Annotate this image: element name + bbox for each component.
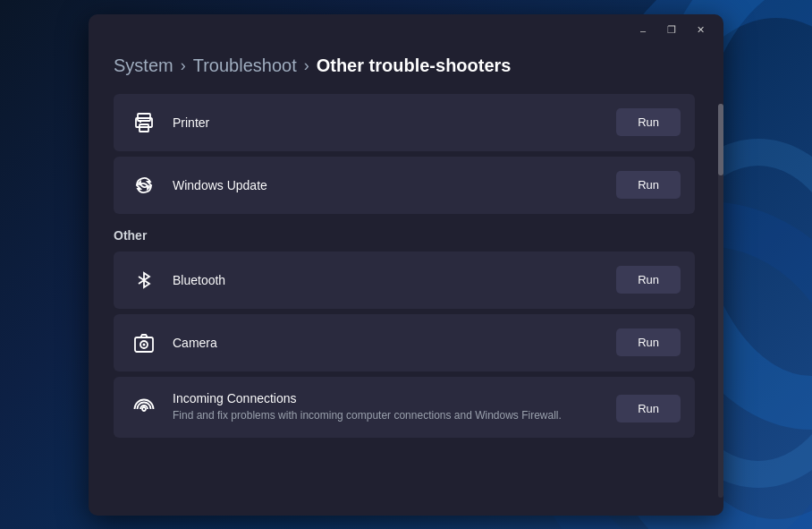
incoming-connections-desc: Find and fix problems with incoming comp… xyxy=(173,408,602,423)
list-item: Incoming Connections Find and fix proble… xyxy=(114,377,695,438)
incoming-connections-item-text: Incoming Connections Find and fix proble… xyxy=(173,391,602,423)
svg-rect-4 xyxy=(138,114,150,121)
bluetooth-title: Bluetooth xyxy=(173,273,602,287)
incoming-connections-run-button[interactable]: Run xyxy=(616,395,681,422)
printer-title: Printer xyxy=(173,115,602,130)
breadcrumb-current: Other trouble-shooters xyxy=(317,55,512,76)
troubleshooters-list[interactable]: Printer Run Windows Update Run Other xyxy=(114,94,698,498)
breadcrumb-separator-1: › xyxy=(181,56,186,75)
breadcrumb-system[interactable]: System xyxy=(114,55,173,76)
svg-point-11 xyxy=(142,407,146,411)
update-icon xyxy=(128,169,160,201)
printer-run-button[interactable]: Run xyxy=(616,108,681,136)
printer-item-text: Printer xyxy=(173,115,602,130)
title-bar: – ❐ ✕ xyxy=(89,14,723,47)
camera-icon xyxy=(128,327,160,359)
section-other-label: Other xyxy=(114,228,695,243)
list-item: Windows Update Run xyxy=(114,157,695,214)
windows-update-title: Windows Update xyxy=(173,178,602,192)
camera-title: Camera xyxy=(173,336,602,350)
list-item: Printer Run xyxy=(114,94,695,151)
network-icon xyxy=(128,393,160,425)
minimize-button[interactable]: – xyxy=(630,21,656,39)
list-item: Bluetooth Run xyxy=(114,252,695,309)
svg-rect-6 xyxy=(140,124,148,132)
content-area: System › Troubleshoot › Other trouble-sh… xyxy=(89,47,723,516)
incoming-connections-title: Incoming Connections xyxy=(173,391,602,405)
printer-icon xyxy=(128,107,160,139)
camera-item-text: Camera xyxy=(173,336,602,350)
bluetooth-run-button[interactable]: Run xyxy=(616,266,681,294)
list-item: Camera Run xyxy=(114,314,695,371)
windows-update-run-button[interactable]: Run xyxy=(616,171,681,199)
svg-point-10 xyxy=(143,343,146,346)
scrollbar[interactable] xyxy=(718,104,723,498)
breadcrumb: System › Troubleshoot › Other trouble-sh… xyxy=(114,55,698,76)
breadcrumb-separator-2: › xyxy=(304,56,309,75)
breadcrumb-troubleshoot[interactable]: Troubleshoot xyxy=(193,55,297,76)
close-button[interactable]: ✕ xyxy=(688,21,713,39)
scrollbar-thumb[interactable] xyxy=(718,104,723,175)
bluetooth-item-text: Bluetooth xyxy=(173,273,602,287)
window-controls: – ❐ ✕ xyxy=(630,21,713,39)
settings-window: – ❐ ✕ System › Troubleshoot › Other trou… xyxy=(89,14,723,516)
bluetooth-icon xyxy=(128,264,160,296)
windows-update-item-text: Windows Update xyxy=(173,178,602,192)
camera-run-button[interactable]: Run xyxy=(616,328,681,356)
maximize-button[interactable]: ❐ xyxy=(659,21,684,39)
